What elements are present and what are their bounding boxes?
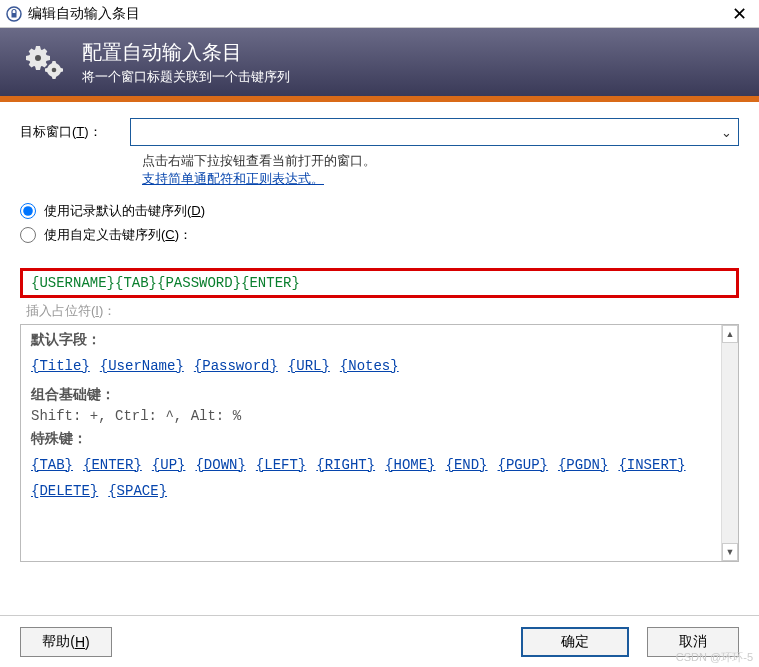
header-banner: 配置自动输入条目 将一个窗口标题关联到一个击键序列 — [0, 28, 759, 96]
chevron-down-icon[interactable]: ⌄ — [718, 125, 734, 140]
close-button[interactable]: ✕ — [726, 3, 753, 25]
radio-custom-sequence[interactable] — [20, 227, 36, 243]
header-subtitle: 将一个窗口标题关联到一个击键序列 — [82, 68, 290, 86]
placeholder-token[interactable]: {PGDN} — [558, 452, 608, 479]
placeholder-token[interactable]: {SPACE} — [108, 478, 167, 505]
help-button[interactable]: 帮助(H) — [20, 627, 112, 657]
default-fields-tokens: {Title}{UserName}{Password}{URL}{Notes} — [31, 353, 711, 380]
keystroke-sequence-input[interactable]: {USERNAME}{TAB}{PASSWORD}{ENTER} — [20, 268, 739, 298]
radio-default-sequence[interactable] — [20, 203, 36, 219]
watermark: CSDN @环环-5 — [676, 650, 753, 665]
titlebar: 编辑自动输入条目 ✕ — [0, 0, 759, 28]
placeholder-token[interactable]: {Title} — [31, 353, 90, 380]
dialog-footer: 帮助(H) 确定 取消 — [0, 615, 759, 667]
special-keys-tokens: {TAB}{ENTER}{UP}{DOWN}{LEFT}{RIGHT}{HOME… — [31, 452, 711, 505]
insert-placeholder-label: 插入占位符(I)： — [26, 302, 759, 320]
scroll-down-icon[interactable]: ▼ — [722, 543, 738, 561]
svg-rect-1 — [12, 13, 17, 18]
placeholder-token[interactable]: {TAB} — [31, 452, 73, 479]
placeholder-token[interactable]: {URL} — [288, 353, 330, 380]
placeholder-token[interactable]: {RIGHT} — [316, 452, 375, 479]
wildcard-regex-link[interactable]: 支持简单通配符和正则表达式。 — [142, 170, 739, 188]
combo-keys-desc: Shift: +, Ctrl: ^, Alt: % — [31, 408, 711, 424]
placeholder-token[interactable]: {LEFT} — [256, 452, 306, 479]
placeholder-token[interactable]: {UP} — [152, 452, 186, 479]
default-fields-title: 默认字段： — [31, 331, 711, 349]
radio-default-label: 使用记录默认的击键序列(D) — [44, 202, 205, 220]
target-window-combobox[interactable]: ⌄ — [130, 118, 739, 146]
placeholder-token[interactable]: {Notes} — [340, 353, 399, 380]
placeholder-token[interactable]: {UserName} — [100, 353, 184, 380]
placeholder-token[interactable]: {PGUP} — [498, 452, 548, 479]
placeholder-token[interactable]: {DELETE} — [31, 478, 98, 505]
placeholder-token[interactable]: {DOWN} — [195, 452, 245, 479]
placeholder-panel: 默认字段： {Title}{UserName}{Password}{URL}{N… — [20, 324, 739, 562]
header-title: 配置自动输入条目 — [82, 39, 290, 66]
lock-icon — [6, 6, 22, 22]
scrollbar[interactable]: ▲ ▼ — [721, 325, 739, 561]
target-hint-text: 点击右端下拉按钮查看当前打开的窗口。 — [142, 152, 739, 170]
placeholder-token[interactable]: {HOME} — [385, 452, 435, 479]
scroll-track[interactable] — [722, 343, 738, 543]
special-keys-title: 特殊键： — [31, 430, 711, 448]
combo-keys-title: 组合基础键： — [31, 386, 711, 404]
placeholder-token[interactable]: {Password} — [194, 353, 278, 380]
radio-custom-label: 使用自定义击键序列(C)： — [44, 226, 192, 244]
placeholder-token[interactable]: {ENTER} — [83, 452, 142, 479]
svg-point-3 — [35, 55, 41, 61]
ok-button[interactable]: 确定 — [521, 627, 629, 657]
window-title: 编辑自动输入条目 — [28, 5, 726, 23]
gears-icon — [20, 38, 68, 86]
scroll-up-icon[interactable]: ▲ — [722, 325, 738, 343]
placeholder-token[interactable]: {END} — [446, 452, 488, 479]
placeholder-token[interactable]: {INSERT} — [618, 452, 685, 479]
svg-point-5 — [52, 68, 57, 73]
target-window-input[interactable] — [135, 120, 718, 144]
target-window-label: 目标窗口(T)： — [20, 123, 130, 141]
